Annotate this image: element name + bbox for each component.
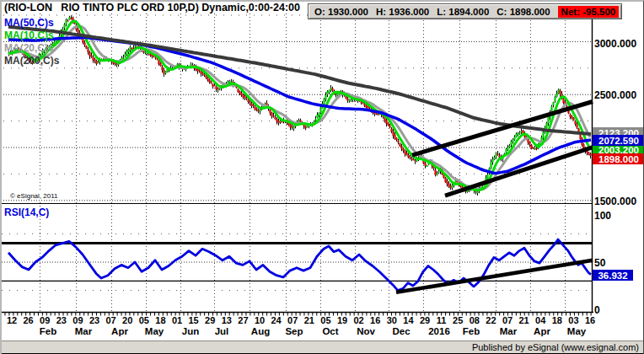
x-axis-day-label: 01 bbox=[172, 315, 182, 325]
x-axis-day-label: 18 bbox=[552, 315, 562, 325]
x-axis-day-label: 11 bbox=[437, 315, 447, 325]
x-axis-month-label: Dec bbox=[392, 326, 410, 336]
rsi-axis-label: 0 bbox=[594, 304, 600, 316]
chart-title: (RIO-LON RIO TINTO PLC ORD 10P,D) Dynami… bbox=[4, 2, 300, 13]
ma20-study-label[interactable]: MA(20,C)s bbox=[4, 42, 54, 54]
x-axis-day-label: 05 bbox=[320, 315, 330, 325]
x-axis-day-label: 07 bbox=[502, 315, 513, 325]
x-axis-day-label: 29 bbox=[205, 315, 215, 325]
x-axis-month-label: Mar bbox=[75, 326, 92, 336]
x-axis-day-label: 07 bbox=[287, 315, 298, 325]
x-axis-day-label: 12 bbox=[7, 315, 17, 325]
x-axis-day-label: 20 bbox=[122, 315, 132, 325]
x-axis-day-label: 07 bbox=[105, 315, 115, 325]
price-badge: 2072.590 bbox=[593, 135, 644, 146]
rsi-axis-label: 100 bbox=[594, 210, 611, 222]
esignal-chart-window: (RIO-LON RIO TINTO PLC ORD 10P,D) Dynami… bbox=[0, 0, 644, 354]
ma10-study-label[interactable]: MA(10,C)s bbox=[4, 30, 54, 41]
x-axis-day-label: 23 bbox=[56, 315, 67, 325]
x-axis-day-label: 23 bbox=[89, 315, 99, 325]
status-bar: Published by eSignal (www.esignal.com) bbox=[2, 341, 644, 353]
x-axis-day-label: 18 bbox=[155, 315, 165, 325]
x-axis-day-label: 05 bbox=[139, 315, 149, 325]
x-axis-day-label: 15 bbox=[188, 315, 198, 325]
x-axis-day-label: 25 bbox=[453, 315, 463, 325]
x-axis-month-label: Nov bbox=[357, 326, 375, 336]
x-axis-month-label: Jul bbox=[215, 326, 229, 336]
x-axis-day-label: 24 bbox=[271, 315, 281, 325]
price-axis-label: 1500.000 bbox=[594, 196, 636, 207]
x-axis-month-label: Aug bbox=[251, 326, 270, 336]
rsi-study-label[interactable]: RSI(14,C) bbox=[4, 206, 49, 218]
x-axis-day-label: 29 bbox=[420, 315, 430, 325]
x-axis-day-label: 14 bbox=[403, 315, 413, 325]
x-axis-day-label: 09 bbox=[72, 315, 83, 325]
ohlc-quote-box[interactable]: O: 1930.000 H: 1936.000 L: 1894.000 C: 1… bbox=[308, 3, 622, 19]
net-change-badge: Net: -95.500 bbox=[558, 6, 620, 18]
price-axis-label: 3000.000 bbox=[594, 38, 636, 50]
x-axis-month-label: May bbox=[145, 326, 164, 336]
x-axis-month-label: Mar bbox=[500, 326, 517, 336]
x-axis-day-label: 30 bbox=[387, 315, 397, 325]
price-badge: 1898.000 bbox=[593, 153, 644, 164]
x-axis-day-label: 16 bbox=[370, 315, 380, 325]
rsi-axis-label: 50 bbox=[594, 257, 605, 269]
x-axis-day-label: 02 bbox=[353, 315, 363, 325]
low-value: L: 1894.000 bbox=[437, 7, 489, 17]
x-axis-day-label: 03 bbox=[568, 315, 578, 325]
ma200-study-label[interactable]: MA(200,C)s bbox=[4, 55, 59, 67]
rsi-badge: 36.932 bbox=[593, 270, 633, 281]
chart-canvas[interactable] bbox=[2, 2, 644, 354]
price-axis-label: 2500.000 bbox=[594, 89, 636, 101]
x-axis-day-label: 22 bbox=[486, 315, 496, 325]
x-axis-month-label: Jun bbox=[182, 326, 199, 336]
x-axis-month-label: Sep bbox=[285, 326, 303, 336]
x-axis-month-label: Oct bbox=[322, 326, 338, 336]
x-axis-day-label: 26 bbox=[23, 315, 33, 325]
x-axis-day-label: 21 bbox=[518, 315, 529, 325]
x-axis-month-label: Feb bbox=[40, 326, 56, 336]
open-value: O: 1930.000 bbox=[314, 7, 368, 17]
x-axis-day-label: 08 bbox=[470, 315, 480, 325]
x-axis-day-label: 27 bbox=[238, 315, 248, 325]
x-axis-day-label: 13 bbox=[222, 315, 232, 325]
x-axis-month-label: Apr bbox=[111, 326, 128, 336]
x-axis-day-label: 10 bbox=[255, 315, 265, 325]
x-axis-day-label: 19 bbox=[337, 315, 347, 325]
x-axis-day-label: 21 bbox=[304, 315, 314, 325]
x-axis-month-label: Apr bbox=[534, 326, 550, 336]
x-axis-day-label: 04 bbox=[535, 315, 545, 325]
high-value: H: 1936.000 bbox=[376, 7, 429, 17]
copyright-notice: © eSignal, 2011 bbox=[8, 192, 59, 200]
x-axis-month-label: Feb bbox=[463, 326, 480, 336]
ma50-study-label[interactable]: MA(50,C)s bbox=[4, 17, 54, 29]
published-by-text: Published by eSignal (www.esignal.com) bbox=[472, 342, 639, 352]
x-axis-month-label: 2016 bbox=[428, 326, 450, 336]
x-axis-day-label: 09 bbox=[40, 315, 50, 325]
x-axis-day-label: 16 bbox=[585, 315, 595, 325]
x-axis-month-label: May bbox=[567, 326, 586, 336]
close-value: C: 1898.000 bbox=[496, 7, 550, 17]
